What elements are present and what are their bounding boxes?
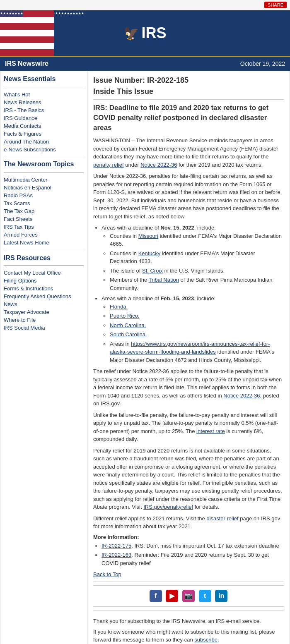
article-para-1: WASHINGTON – The Internal Revenue Servic…: [93, 136, 284, 169]
flag-red-stripe2: [0, 23, 54, 30]
article-title: IRS: Deadline to file 2019 and 2020 tax …: [93, 103, 284, 132]
newswire-date: October 19, 2022: [240, 60, 285, 67]
flag-decoration: ★★★★★★★★★★★★★★★★★★★★★★★★★★★★★★★★★★★★★★★★…: [0, 10, 54, 56]
back-to-top-link[interactable]: Back to Top: [93, 571, 284, 577]
instagram-icon[interactable]: 📷: [182, 590, 195, 602]
sidebar-link-forms[interactable]: Forms & Instructions: [4, 285, 84, 292]
sidebar-link-local-office[interactable]: Contact My Local Office: [4, 269, 84, 277]
missouri-link[interactable]: Missouri: [138, 233, 158, 239]
newswire-bar: IRS Newswire October 19, 2022: [0, 56, 290, 71]
sidebar-link-tax-scams[interactable]: Tax Scams: [4, 199, 84, 207]
flag-white-stripe: [0, 17, 54, 24]
share-button[interactable]: SHARE: [264, 2, 287, 8]
penalty-relief-link[interactable]: penalty relief: [93, 162, 124, 168]
sidebar-link-news[interactable]: News: [4, 300, 84, 308]
newswire-title: IRS Newswire: [5, 60, 48, 67]
notice-2022-36-link-1[interactable]: Notice 2022-36: [140, 162, 177, 168]
notice-2022-36-link-2[interactable]: Notice 2022-36: [223, 393, 260, 399]
penalty-relief-gov-link[interactable]: IRS.gov/penaltyrelief: [143, 504, 193, 510]
st-croix-link[interactable]: St. Croix: [142, 268, 163, 274]
subscribe-para-2: If you know someone who might want to su…: [93, 628, 284, 644]
header: ★★★★★★★★★★★★★★★★★★★★★★★★★★★★★★★★★★★★★★★★…: [0, 10, 290, 56]
flag-white-stripe3: [0, 43, 54, 50]
interest-rate-link[interactable]: interest rate: [196, 428, 225, 434]
puerto-rico-link[interactable]: Puerto Rico.: [110, 313, 140, 319]
sidebar-divider-3: [4, 172, 84, 172]
subscribe-para-1: Thank you for subscribing to the IRS New…: [93, 617, 284, 625]
kentucky-link[interactable]: Kentucky: [138, 250, 160, 256]
sidebar-link-radio-psas[interactable]: Radio PSAs: [4, 192, 84, 199]
share-bar: SHARE: [0, 0, 290, 10]
more-info-label: More information:: [93, 534, 284, 540]
youtube-icon[interactable]: ▶: [166, 590, 178, 602]
sidebar-link-irs-tax-tips[interactable]: IRS Tax Tips: [4, 223, 84, 231]
irs-resources-title: IRS Resources: [4, 254, 84, 262]
flag-red-stripe: [23, 10, 54, 17]
sidebar-link-fact-sheets[interactable]: Fact Sheets: [4, 215, 84, 223]
ir-2022-163-link[interactable]: IR-2022-163: [102, 552, 131, 558]
article-para-5: Penalty relief for 2019 and 2020 returns…: [93, 447, 284, 511]
deadline-list: Areas with a deadline of Nov. 15, 2022, …: [93, 224, 284, 364]
sidebar-link-armed-forces[interactable]: Armed Forces: [4, 231, 84, 239]
article-para-3: The relief under Notice 2022-36 applies …: [93, 367, 284, 408]
sidebar-link-tax-gap[interactable]: The Tax Gap: [4, 207, 84, 215]
subscribe-link[interactable]: subscribe: [194, 637, 218, 643]
sidebar-divider-4: [4, 250, 84, 250]
flag-white-stripe2: [0, 30, 54, 36]
sidebar-link-enews[interactable]: e-News Subscriptions: [4, 146, 84, 153]
sidebar-link-whats-hot[interactable]: What's Hot: [4, 91, 84, 98]
content-divider-2: [93, 582, 284, 582]
article-para-6: Different relief applies to 2021 returns…: [93, 515, 284, 531]
content-area: Issue Number: IR-2022-185 Inside This Is…: [87, 71, 290, 644]
more-info-list: IR-2022-175, IRS: Don't miss this import…: [93, 542, 284, 567]
facebook-icon[interactable]: f: [150, 590, 162, 602]
linkedin-icon[interactable]: in: [215, 590, 227, 602]
twitter-icon[interactable]: t: [199, 590, 211, 602]
sidebar-link-irs-basics[interactable]: IRS - The Basics: [4, 106, 84, 114]
sidebar-link-espanol[interactable]: Noticias en Español: [4, 184, 84, 192]
sidebar-link-news-releases[interactable]: News Releases: [4, 98, 84, 106]
sidebar-link-multimedia[interactable]: Multimedia Center: [4, 176, 84, 184]
article-para-2: Under Notice 2022-36, penalties for late…: [93, 172, 284, 220]
flag-red-stripe4: [0, 49, 54, 56]
sidebar-divider-1: [4, 87, 84, 87]
sidebar-link-media-contacts[interactable]: Media Contacts: [4, 122, 84, 130]
sidebar-link-social-media[interactable]: IRS Social Media: [4, 324, 84, 332]
ir-2022-175-link[interactable]: IR-2022-175: [102, 543, 131, 549]
social-bar: f ▶ 📷 t in: [93, 585, 284, 607]
sidebar-link-facts-figures[interactable]: Facts & Figures: [4, 130, 84, 138]
sidebar: News Essentials What's Hot News Releases…: [0, 71, 87, 644]
sidebar-link-around-nation[interactable]: Around The Nation: [4, 138, 84, 146]
south-carolina-link[interactable]: South Carolina.: [110, 331, 147, 338]
irs-logo-text: IRS: [141, 24, 166, 42]
disaster-relief-link[interactable]: disaster relief: [206, 515, 238, 522]
news-essentials-title: News Essentials: [4, 75, 84, 84]
tribal-nation-link[interactable]: Tribal Nation: [149, 277, 179, 283]
content-divider-1: [93, 99, 284, 100]
sidebar-link-latest-news[interactable]: Latest News Home: [4, 239, 84, 247]
content-divider-3: [93, 610, 284, 610]
north-carolina-link[interactable]: North Carolina.: [110, 322, 146, 328]
sidebar-link-filing-options[interactable]: Filing Options: [4, 277, 84, 285]
issue-number: Issue Number: IR-2022-185: [93, 76, 284, 85]
subscribe-section: Thank you for subscribing to the IRS New…: [93, 614, 284, 644]
sidebar-link-taxpayer-advocate[interactable]: Taxpayer Advocate: [4, 308, 84, 316]
flag-blue-canton: ★★★★★★★★★★★★★★★★★★★★★★★★★★★★★★★★★★★★★★★★…: [0, 10, 23, 17]
inside-title: Inside This Issue: [93, 87, 284, 96]
florida-link[interactable]: Florida.: [110, 304, 128, 310]
sidebar-link-faq[interactable]: Frequently Asked Questions: [4, 292, 84, 300]
sidebar-link-irs-guidance[interactable]: IRS Guidance: [4, 114, 84, 122]
sidebar-divider-2: [4, 157, 84, 157]
sidebar-link-where-to-file[interactable]: Where to File: [4, 316, 84, 324]
newsroom-topics-title: The Newsroom Topics: [4, 160, 84, 169]
main-layout: News Essentials What's Hot News Releases…: [0, 71, 290, 644]
sidebar-divider-5: [4, 265, 84, 266]
flag-red-stripe3: [0, 36, 54, 43]
eagle-icon: 🦅: [123, 26, 139, 41]
article-para-4: Unlike the failure-to-file penalty, the …: [93, 411, 284, 443]
alaska-link[interactable]: https://www.irs.gov/newsroom/irs-announc…: [110, 341, 270, 355]
irs-logo: 🦅 IRS: [123, 24, 166, 42]
